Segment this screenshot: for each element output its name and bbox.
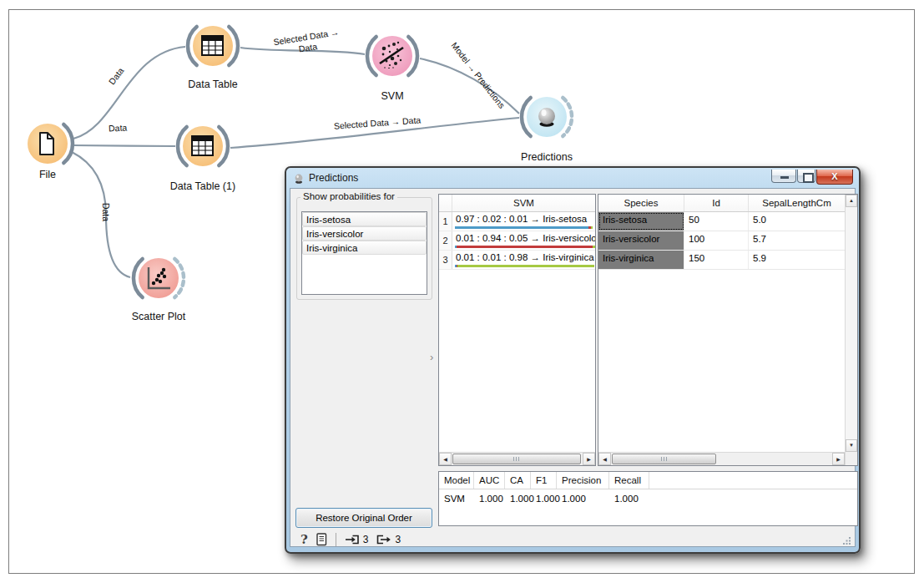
- node-label-data-table-1: Data Table (1): [144, 180, 261, 192]
- prediction-row[interactable]: 3 0.01 : 0.01 : 0.98 → Iris-virginica: [439, 251, 595, 270]
- column-header-species[interactable]: Species: [598, 195, 684, 211]
- maximize-button[interactable]: [797, 170, 815, 183]
- edge-label-data-3: Data: [101, 203, 111, 221]
- resize-grip[interactable]: [843, 536, 851, 545]
- minimize-button[interactable]: [771, 170, 796, 183]
- edge-label-data-2: Data: [109, 122, 128, 133]
- right-arrow-icon[interactable]: ▶: [832, 453, 845, 465]
- data-table-icon: [192, 136, 213, 155]
- window-content: Show probabilities for Iris-setosa Iris-…: [290, 188, 856, 547]
- file-icon: [40, 133, 53, 155]
- node-predictions[interactable]: [515, 85, 578, 149]
- node-label-data-table: Data Table: [154, 79, 271, 90]
- scrollbar-thumb[interactable]: [612, 454, 716, 464]
- list-item-iris-versicolor[interactable]: Iris-versicolor: [302, 226, 427, 241]
- predictions-window: Predictions X Show probabilities for Iri…: [285, 166, 861, 554]
- report-icon[interactable]: [316, 533, 327, 546]
- separator: [336, 533, 336, 546]
- splitter-chevron-icon[interactable]: ›: [430, 351, 433, 363]
- node-data-table-1[interactable]: [171, 114, 235, 178]
- input-count-icon: [345, 534, 360, 545]
- metric-header-ca[interactable]: CA: [505, 472, 531, 489]
- metric-header-f1[interactable]: F1: [531, 472, 557, 489]
- output-count: 3: [395, 534, 401, 545]
- node-scatter-plot[interactable]: [127, 246, 190, 310]
- table-row[interactable]: Iris-setosa 50 5.0: [598, 212, 845, 231]
- column-header-svm[interactable]: SVM: [452, 195, 595, 211]
- close-button[interactable]: X: [816, 170, 853, 185]
- metrics-table: Model AUC CA F1 Precision Recall SVM 1.0…: [438, 471, 858, 526]
- left-arrow-icon[interactable]: ◀: [439, 453, 452, 465]
- class-list[interactable]: Iris-setosa Iris-versicolor Iris-virgini…: [301, 211, 427, 295]
- down-arrow-icon[interactable]: ▼: [846, 439, 857, 452]
- prediction-row[interactable]: 2 0.01 : 0.94 : 0.05 → Iris-versicolor: [439, 231, 595, 251]
- prediction-row[interactable]: 1 0.97 : 0.02 : 0.01 → Iris-setosa: [439, 212, 595, 231]
- metric-header-auc[interactable]: AUC: [474, 472, 505, 489]
- node-file[interactable]: [16, 112, 79, 175]
- list-item-iris-setosa[interactable]: Iris-setosa: [302, 212, 427, 226]
- node-label-predictions: Predictions: [488, 151, 605, 163]
- probability-bar: [455, 265, 594, 267]
- vertical-scrollbar[interactable]: ▲ ▼: [845, 195, 857, 465]
- column-header-id[interactable]: Id: [684, 195, 749, 211]
- horizontal-scrollbar[interactable]: ◀ ▶: [598, 452, 845, 465]
- output-count-icon: [376, 534, 391, 545]
- table-row[interactable]: Iris-versicolor 100 5.7: [598, 231, 845, 251]
- data-table: Species Id SepalLengthCm Iris-setosa 50 …: [598, 194, 858, 466]
- metric-row: SVM 1.000 1.000 1.000 1.000 1.000: [439, 489, 857, 509]
- probability-bar: [455, 246, 595, 248]
- status-bar: ? 3 3: [300, 531, 409, 548]
- column-header-sepallengthcm[interactable]: SepalLengthCm: [749, 195, 845, 211]
- node-label-file: File: [0, 169, 106, 180]
- group-label: Show probabilities for: [300, 191, 397, 201]
- up-arrow-icon[interactable]: ▲: [846, 195, 857, 207]
- list-item-iris-virginica[interactable]: Iris-virginica: [302, 241, 427, 255]
- help-icon[interactable]: ?: [300, 532, 308, 547]
- metric-header-recall[interactable]: Recall: [609, 472, 649, 489]
- metric-header-precision[interactable]: Precision: [557, 472, 609, 489]
- node-svm[interactable]: [361, 24, 424, 88]
- crystal-ball-icon: [538, 108, 555, 127]
- right-arrow-icon[interactable]: ▶: [583, 453, 595, 465]
- probability-bar: [455, 226, 593, 229]
- metric-header-model[interactable]: Model: [439, 472, 474, 489]
- horizontal-scrollbar[interactable]: ◀ ▶: [439, 452, 595, 465]
- node-label-svm: SVM: [334, 90, 451, 102]
- window-icon: [294, 172, 304, 185]
- input-count: 3: [363, 534, 369, 545]
- window-title: Predictions: [309, 172, 358, 184]
- predictions-table: SVM 1 0.97 : 0.02 : 0.01 → Iris-setosa 2…: [438, 194, 596, 466]
- scrollbar-thumb[interactable]: [452, 454, 581, 464]
- node-data-table[interactable]: [181, 14, 245, 78]
- table-row[interactable]: Iris-virginica 150 5.9: [598, 251, 845, 270]
- workflow-canvas: File Data Table Data Table (1) SVM Predi…: [0, 0, 924, 588]
- node-label-scatter-plot: Scatter Plot: [100, 311, 217, 322]
- restore-original-order-button[interactable]: Restore Original Order: [295, 508, 432, 528]
- data-table-icon: [202, 36, 223, 55]
- left-arrow-icon[interactable]: ◀: [598, 453, 611, 465]
